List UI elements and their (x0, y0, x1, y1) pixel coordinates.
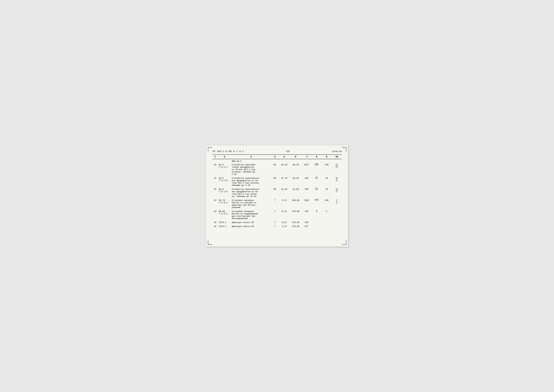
row-unit: М3 (271, 187, 278, 198)
table-row: 22 Е6-8 Т.6-I-8 Устройство железобетон- … (212, 187, 342, 198)
row-unit: Т (271, 224, 278, 228)
row-col6: 32,60 (290, 187, 301, 198)
row-col7: 3I7 (301, 224, 312, 228)
row-col8: I74 (312, 198, 322, 210)
row-col9: 38 (322, 187, 332, 198)
corner-bracket-bl (208, 240, 212, 245)
m50-empty-rest (271, 159, 342, 163)
corner-bracket-tr (342, 147, 346, 152)
row-col7: I30I (301, 198, 312, 210)
row-num: 25 (212, 220, 218, 224)
col10-fraction: 52 (336, 199, 337, 204)
row-col10 (332, 210, 342, 220)
col-header-2: 2 (218, 154, 231, 159)
row-col8 (312, 220, 322, 224)
row-col8: 5I (312, 176, 322, 187)
col-header-6: 6 (290, 154, 301, 159)
row-col6: 563,00 (290, 198, 301, 210)
row-col9: 5 (322, 210, 332, 220)
row-code: СI24-2 (218, 224, 231, 228)
row-code: СI24-I (218, 220, 231, 224)
m50-label-row: М50,83,5 (212, 159, 342, 163)
column-headers: I 2 3 4 5 6 ·7 8 9 IO (212, 154, 342, 159)
row-col8: 393 (312, 163, 322, 176)
row-col6: 270,00 (290, 220, 301, 224)
row-col10: 237 (332, 187, 342, 198)
col-header-7: ·7 (301, 154, 312, 159)
row-num: 20 (212, 163, 218, 176)
row-col7: 3547 (301, 163, 312, 176)
row-desc: Арматура класса А2 (231, 224, 271, 228)
table-row: 2I Е6-6 Т.6-I-6 Устройство железобетон- … (212, 176, 342, 187)
col8-value: 6I (315, 188, 318, 190)
col8-value: 5I (315, 177, 318, 179)
row-col5: I,I4 (278, 224, 290, 228)
row-col7: I40 (301, 220, 312, 224)
row-desc: Установка анкерных болтов со связями из … (231, 198, 271, 210)
page-header: ТП 703-1-6.86 А.7 4.1 -15- 21542-D5 (212, 150, 342, 153)
m50-empty-2 (218, 159, 231, 163)
row-unit: М3 (271, 176, 278, 187)
col8-value: I74 (315, 199, 318, 202)
row-col10: I65 (332, 176, 342, 187)
row-col9 (322, 224, 332, 228)
row-col10 (332, 220, 342, 224)
row-unit: М3 (271, 163, 278, 176)
row-col10 (332, 224, 342, 228)
row-code: Е6-8 Т.6-I-8 (218, 187, 231, 198)
row-num: 26 (212, 224, 218, 228)
row-num: 2I (212, 176, 218, 187)
corner-bracket-br (342, 240, 346, 245)
row-col8: 6I (312, 187, 322, 198)
row-col6: 478,00 (290, 210, 301, 220)
col8-value: 5 (316, 210, 317, 213)
col10-fraction: I65 (336, 177, 338, 182)
row-code: Е6-6 Т.6-I-6 (218, 176, 231, 187)
row-col7: 789 (301, 187, 312, 198)
row-col8: 5 (312, 210, 322, 220)
row-col9: 338 (322, 163, 332, 176)
row-code: Е6-79 Т.6-9-3 (218, 198, 231, 210)
document-number: 21542-D5 (332, 150, 342, 153)
table-row: 25 СI24-I Арматура класса АI Т 0,52 270,… (212, 220, 342, 224)
row-col6: 36,36 (290, 176, 301, 187)
table-row: 20 Е6-5 Т.6-I-5 Устройство железобе- тон… (212, 163, 342, 176)
col-header-4: 4 (271, 154, 278, 159)
row-code: Е6-80 Т.6-9-4 (218, 210, 231, 220)
row-col10: 5517 (332, 163, 342, 176)
row-num: 22 (212, 187, 218, 198)
row-col5: 24,20 (278, 187, 290, 198)
main-table-wrapper: I 2 3 4 5 6 ·7 8 9 IO М50,83,5 20 Е6-5 Т… (212, 154, 342, 228)
row-desc: Устройство железобетон- ных фундаментов … (231, 176, 271, 187)
table-row: 23 Е6-79 Т.6-9-3 Установка анкерных болт… (212, 198, 342, 210)
row-desc: Установка анкерных болтов на поддерживаю… (231, 210, 271, 220)
row-desc: Устройство железобе- тонных фундаментов … (231, 163, 271, 176)
row-col7: 462 (301, 176, 312, 187)
table-row: 24 Е6-80 Т.6-9-4 Установка анкерных болт… (212, 210, 342, 220)
row-col5: 93,I0 (278, 163, 290, 176)
document-page: ТП 703-1-6.86 А.7 4.1 -15- 21542-D5 I 2 (206, 145, 348, 247)
row-col5: 0,23 (278, 210, 290, 220)
row-col5: 2,3I (278, 198, 290, 210)
row-unit: Т (271, 210, 278, 220)
corner-bracket-tl (208, 147, 212, 152)
row-col9: 35 (322, 176, 332, 187)
row-desc: Устройство железобетон- ных фундаментов … (231, 187, 271, 198)
col-header-5: 5 (278, 154, 290, 159)
col10-fraction: 5517 (336, 164, 338, 169)
row-code: Е6-5 Т.6-I-5 (218, 163, 231, 176)
page-number: -15- (285, 150, 291, 153)
row-col7: II0 (301, 210, 312, 220)
table-row: 26 СI24-2 Арматура класса А2 Т I,I4 278,… (212, 224, 342, 228)
row-col6: 38,I0 (290, 163, 301, 176)
row-col9: I69 (322, 198, 332, 210)
row-num: 24 (212, 210, 218, 220)
document-code: ТП 703-1-6.86 А.7 4.1 (212, 150, 244, 153)
col-header-10: IO (332, 154, 342, 159)
row-col5: I2,70 (278, 176, 290, 187)
col-header-3: 3 (231, 154, 271, 159)
col8-value: 393 (315, 164, 318, 166)
col-header-8: 8 (312, 154, 322, 159)
row-unit: Т (271, 198, 278, 210)
row-desc: Арматура класса АI (231, 220, 271, 224)
